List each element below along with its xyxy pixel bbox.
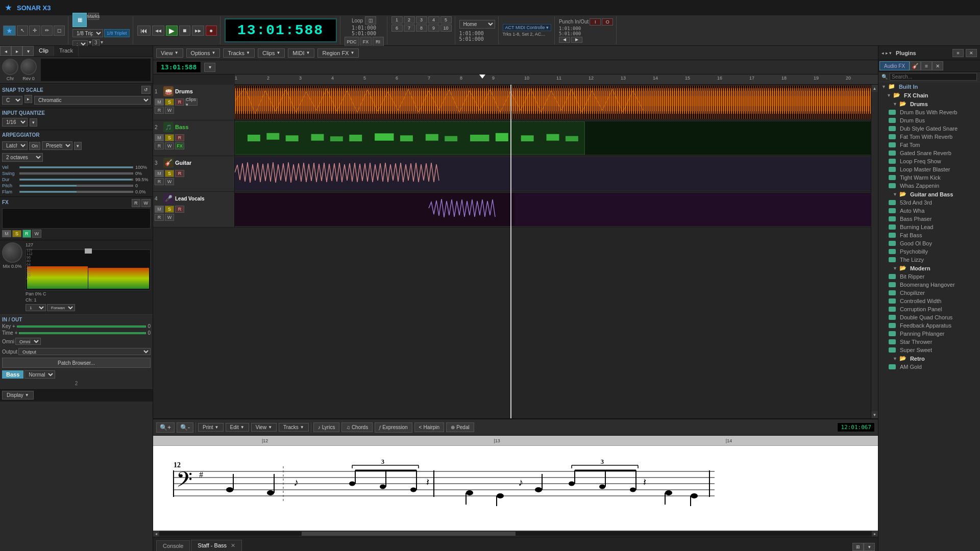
guitar-record-btn[interactable]: R bbox=[175, 170, 184, 177]
pedal-btn[interactable]: ⊕ Pedal bbox=[446, 422, 474, 432]
rewind-btn[interactable]: ⏮ bbox=[137, 26, 151, 36]
tree-item-boomerang[interactable]: Boomerang Hangover bbox=[878, 281, 980, 289]
bass-fx-btn[interactable]: FX bbox=[175, 142, 184, 149]
display-btn[interactable]: Display bbox=[2, 391, 34, 399]
bass-record-btn[interactable]: R bbox=[175, 134, 184, 141]
hairpin-btn[interactable]: < Hairpin bbox=[414, 422, 445, 432]
print-btn[interactable]: Print bbox=[198, 423, 223, 432]
key-slider[interactable] bbox=[17, 325, 146, 328]
record-btn[interactable]: ● bbox=[206, 26, 217, 36]
track-tab[interactable]: Track bbox=[54, 46, 79, 56]
quantize-value-select[interactable]: 1/16 bbox=[2, 118, 28, 127]
vocals-record-btn[interactable]: R bbox=[175, 206, 184, 213]
arp-octaves-select[interactable]: 2 octaves bbox=[2, 153, 43, 162]
nav-left-btn[interactable]: ◂ bbox=[0, 46, 11, 56]
channel-select[interactable]: 1 bbox=[26, 304, 46, 311]
tree-fx-chain[interactable]: ▼ 📂 FX Chain bbox=[878, 91, 980, 99]
tree-item-tight-warm[interactable]: Tight Warm Kick bbox=[878, 173, 980, 182]
guitar-solo-btn[interactable]: S bbox=[165, 170, 174, 177]
track-scrollbar[interactable]: ▲ ▼ bbox=[871, 85, 878, 418]
tree-item-chopilizer[interactable]: Chopilizer bbox=[878, 289, 980, 297]
back-btn[interactable]: ◂◂ bbox=[152, 26, 164, 36]
tree-item-panning-phlanger[interactable]: Panning Phlanger bbox=[878, 330, 980, 338]
erase-tool-btn[interactable]: ◻ bbox=[54, 26, 65, 36]
drums-mute-btn[interactable]: M bbox=[155, 98, 164, 106]
track-1-btn[interactable]: 1 bbox=[391, 16, 403, 23]
lyrics-btn[interactable]: ♪ Lyrics bbox=[313, 422, 340, 432]
bass-r2-btn[interactable]: R bbox=[155, 142, 164, 149]
plugin-search-input[interactable] bbox=[890, 73, 977, 81]
tree-item-fat-tom-reverb[interactable]: Fat Tom With Reverb bbox=[878, 133, 980, 141]
punch-out-btn[interactable]: O bbox=[602, 18, 613, 26]
track-name-vocals[interactable]: Lead Vocals bbox=[175, 196, 205, 202]
time-slider[interactable] bbox=[19, 332, 146, 334]
track-content-vocals[interactable] bbox=[235, 192, 871, 227]
tree-built-in[interactable]: ▼ 📁 Built In bbox=[878, 82, 980, 91]
hscroll-thumb[interactable] bbox=[302, 532, 516, 536]
chr-knob[interactable] bbox=[2, 59, 18, 75]
tree-item-whas[interactable]: Whas Zappenin bbox=[878, 182, 980, 190]
tracks-menu-btn[interactable]: Tracks bbox=[223, 48, 255, 58]
track-content-bass[interactable] bbox=[235, 120, 871, 156]
view-notation-btn[interactable]: View bbox=[251, 423, 277, 432]
chords-btn[interactable]: ♫ Chords bbox=[341, 422, 373, 432]
track-name-guitar[interactable]: Guitar bbox=[175, 160, 191, 166]
track-9-btn[interactable]: 9 bbox=[428, 24, 439, 32]
tree-item-good-ol-boy[interactable]: Good Ol Boy bbox=[878, 239, 980, 247]
drums-solo-btn[interactable]: S bbox=[165, 98, 174, 106]
track-content-guitar[interactable] bbox=[235, 156, 871, 191]
dur-slider[interactable] bbox=[19, 179, 133, 181]
fx-w-btn[interactable]: W bbox=[32, 230, 42, 238]
tree-item-drum-bus[interactable]: Drum Bus bbox=[878, 116, 980, 124]
snap-grid-btn[interactable]: ▦ bbox=[72, 13, 87, 27]
position-dropdown-btn[interactable]: ▾ bbox=[204, 63, 215, 72]
fx-r-btn[interactable]: R bbox=[22, 230, 31, 238]
track-3-btn[interactable]: 3 bbox=[416, 16, 427, 23]
scale-type-select[interactable]: Chromatic bbox=[34, 96, 151, 105]
track-6-btn[interactable]: 6 bbox=[391, 24, 403, 32]
arp-on-btn[interactable]: On bbox=[29, 142, 40, 150]
track-name-drums[interactable]: Drums bbox=[175, 88, 193, 94]
tree-item-53rd[interactable]: 53rd And 3rd bbox=[878, 198, 980, 207]
staff-bass-close-icon[interactable]: ✕ bbox=[231, 542, 235, 548]
edit-btn[interactable]: Edit bbox=[226, 423, 249, 432]
scroll-thumb[interactable] bbox=[871, 92, 878, 411]
track-7-btn[interactable]: 7 bbox=[404, 24, 415, 32]
patch-browser-btn[interactable]: Patch Browser... bbox=[2, 358, 151, 368]
tree-item-dub-style[interactable]: Dub Style Gated Snare bbox=[878, 124, 980, 133]
fx-btn[interactable]: FX bbox=[360, 37, 372, 47]
pdc-btn[interactable]: PDC bbox=[345, 37, 359, 47]
select-tool-btn[interactable]: ↖ bbox=[17, 26, 28, 36]
track-name-bass[interactable]: Bass bbox=[175, 124, 188, 130]
tree-item-corruption[interactable]: Corruption Panel bbox=[878, 305, 980, 313]
scale-key-select[interactable]: C bbox=[2, 96, 22, 105]
track-4-btn[interactable]: 4 bbox=[428, 16, 439, 23]
vocals-r2-btn[interactable]: R bbox=[155, 214, 164, 221]
tree-item-fat-bass[interactable]: Fat Bass bbox=[878, 231, 980, 239]
vocals-mute-btn[interactable]: M bbox=[155, 206, 164, 213]
mix-knob[interactable] bbox=[2, 242, 22, 263]
fx-s-btn[interactable]: S bbox=[12, 230, 21, 237]
drums-r2-btn[interactable]: R bbox=[155, 107, 164, 114]
snap-marks-btn[interactable]: Marks bbox=[88, 13, 99, 20]
tree-item-super-sweet[interactable]: Super Sweet bbox=[878, 346, 980, 354]
tree-item-star-thrower[interactable]: Star Thrower bbox=[878, 338, 980, 346]
guitar-w-btn[interactable]: W bbox=[165, 178, 174, 185]
tree-drums-category[interactable]: ▼ 📂 Drums bbox=[878, 99, 980, 108]
scroll-down-btn[interactable]: ▼ bbox=[871, 411, 878, 418]
zoom-in-btn[interactable]: 🔍+ bbox=[156, 422, 175, 433]
tree-item-fat-tom[interactable]: Fat Tom bbox=[878, 141, 980, 149]
guitar-r2-btn[interactable]: R bbox=[155, 178, 164, 185]
forward-btn[interactable]: ▸▸ bbox=[192, 26, 204, 36]
view-menu-btn[interactable]: View bbox=[156, 48, 183, 58]
tree-item-burning-lead[interactable]: Burning Lead bbox=[878, 223, 980, 231]
tracks-notation-btn[interactable]: Tracks bbox=[279, 423, 309, 432]
punch-extra-1[interactable]: ◀ bbox=[559, 37, 570, 43]
audio-fx-tab[interactable]: Audio FX bbox=[879, 61, 910, 70]
clip-tab[interactable]: Clip bbox=[34, 46, 54, 56]
fx-add-btn[interactable]: R bbox=[132, 199, 140, 207]
vocals-w-btn[interactable]: W bbox=[165, 214, 174, 221]
vel-slider[interactable] bbox=[19, 166, 133, 168]
bass-mute-btn[interactable]: M bbox=[155, 134, 164, 141]
tree-retro-category[interactable]: ▼ 📂 Retro bbox=[878, 354, 980, 363]
